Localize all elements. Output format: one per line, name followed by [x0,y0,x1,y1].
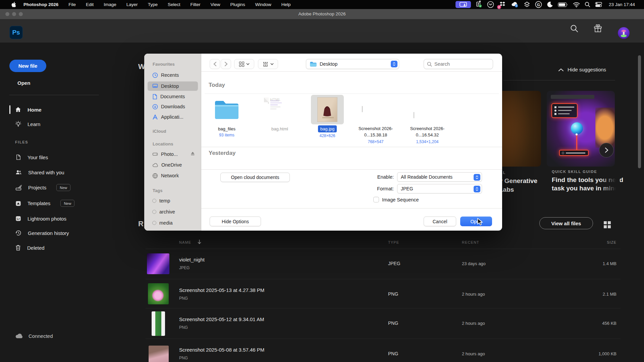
format-dropdown[interactable]: JPEG [397,184,482,193]
sidebar-item-downloads[interactable]: Downloads [152,103,185,110]
new-file-button[interactable]: New file [9,60,46,72]
menu-window[interactable]: Window [255,2,271,7]
file-meta: 428×626 [307,133,347,138]
table-header-name[interactable]: NAME [179,240,191,244]
toolbar-divider [201,71,502,72]
chevron-up-icon [558,68,564,72]
table-header-type[interactable]: TYPE [388,240,399,244]
menu-help[interactable]: Help [281,2,291,7]
wifi-icon[interactable] [573,2,580,7]
cloud-sync-icon[interactable] [511,1,519,8]
menu-view[interactable]: View [210,2,220,7]
sidebar-item-applications[interactable]: Applicati... [152,114,183,120]
battery-icon[interactable] [558,2,568,7]
spotlight-search-icon[interactable] [585,2,590,7]
sidebar-item-home[interactable]: Home [15,106,42,113]
grid-view-icon[interactable] [603,221,611,229]
sidebar-item-projects[interactable]: Projects New [15,184,70,191]
eject-icon[interactable] [190,151,195,156]
stacks-icon[interactable] [524,1,530,8]
account-avatar[interactable] [618,27,630,39]
file-type: PNG [388,351,398,356]
screenshot-file-icon [362,106,363,112]
whats-new-gift-icon[interactable] [593,24,602,33]
sidebar-item-documents[interactable]: Documents [152,93,185,100]
icloud-heading: iCloud [153,129,166,134]
skill-guide-category: QUICK SKILL GUIDE [552,170,597,174]
file-format: JPEG [179,265,190,270]
file-type: PNG [388,320,398,326]
dropbox-icon[interactable]: 2 [499,1,506,8]
sidebar-item-network[interactable]: Network [152,172,179,179]
next-suggestions-button[interactable] [599,143,614,158]
sidebar-item-recents[interactable]: Recents [152,72,179,78]
search-input[interactable] [434,61,488,67]
menu-edit[interactable]: Edit [86,2,94,7]
sidebar-item-deleted[interactable]: Deleted [15,244,45,251]
app-search-icon[interactable] [570,24,579,33]
group-view-button[interactable] [258,59,278,69]
cancel-button[interactable]: Cancel [424,217,456,226]
menu-filter[interactable]: Filter [190,2,200,7]
yesterday-divider-top [201,147,502,147]
menubar-app-name[interactable]: Photoshop 2026 [23,2,58,7]
control-center-icon[interactable] [595,2,602,7]
sidebar-item-onedrive[interactable]: OneDrive [152,162,182,168]
sidebar-tag-media[interactable]: media [152,220,173,226]
menu-type[interactable]: Type [148,2,158,7]
hide-options-button[interactable]: Hide Options [210,217,261,226]
location-dropdown[interactable]: Desktop [306,59,399,69]
sort-descending-icon[interactable] [197,239,202,244]
sidebar-tag-archive[interactable]: archive [152,208,175,215]
table-row[interactable]: Screenshot 2025-05-12 at 9.34.01 AM PNG … [146,308,621,339]
image-sequence-label: Image Sequence [382,197,419,202]
table-header-recent[interactable]: RECENT [462,240,479,244]
forward-button[interactable] [221,59,231,69]
file-type: JPEG [388,261,400,266]
back-button[interactable] [210,59,220,69]
bag-image-thumbnail [317,97,337,122]
window-title: Adobe Photoshop 2026 [0,11,644,16]
image-sequence-checkbox[interactable] [373,197,379,202]
hide-suggestions-link[interactable]: Hide suggestions [568,67,606,72]
table-row[interactable]: Screenshot 2025-05-13 at 4.27.38 PM PNG … [146,279,621,308]
sidebar-item-lightroom-photos[interactable]: Lr Lightroom photos [15,215,66,222]
page-scrollbar[interactable] [638,55,641,168]
open-cloud-documents-button[interactable]: Open cloud documents [220,173,290,182]
sidebar-item-desktop[interactable]: Desktop [152,83,179,89]
sidebar-tag-fi[interactable]: fi [152,229,162,231]
table-header-size[interactable]: SIZE [576,240,616,244]
do-not-disturb-moon-icon[interactable] [547,1,553,8]
sidebar-item-shared-with-you[interactable]: Shared with you [15,169,64,176]
sidebar-item-generation-history[interactable]: Generation history [15,230,69,236]
password-manager-icon[interactable] [476,1,482,8]
menu-file[interactable]: File [68,2,76,7]
menu-select[interactable]: Select [168,2,180,7]
sidebar-item-learn[interactable]: Learn [15,121,40,127]
apple-logo-icon[interactable] [11,2,16,7]
open-button[interactable]: Open [17,80,30,86]
format-value: JPEG [401,186,413,191]
menu-layer[interactable]: Layer [126,2,138,7]
view-all-files-button[interactable]: View all files [539,217,593,229]
connector-line [576,134,577,150]
icon-view-button[interactable] [234,59,254,69]
sidebar-item-your-files[interactable]: Your files [15,154,48,161]
screen-mirroring-icon[interactable] [455,1,471,8]
menubar-clock[interactable]: 23 Jan 17:44 [609,2,635,7]
connector-dot [576,133,578,135]
search-field[interactable] [424,59,493,69]
table-row[interactable]: Screenshot 2025-05-08 at 3.57.46 PM PNG … [146,339,621,362]
grammarly-icon[interactable]: G [535,1,542,8]
lightbulb-icon [15,121,21,127]
enable-dropdown[interactable]: All Readable Documents [397,172,482,182]
menu-image[interactable]: Image [104,2,116,7]
table-row[interactable]: violet_night JPEG JPEG 23 days ago 1.4 M… [146,249,621,279]
creative-cloud-icon[interactable] [487,1,494,8]
menu-plugins[interactable]: Plugins [230,2,245,7]
sidebar-item-photo-drive[interactable]: Photo... [152,151,178,158]
location-value: Desktop [320,61,337,67]
sidebar-item-templates[interactable]: Templates New [15,200,74,207]
dropdown-stepper-icon [474,186,480,192]
sidebar-tag-temp[interactable]: temp [152,197,170,204]
